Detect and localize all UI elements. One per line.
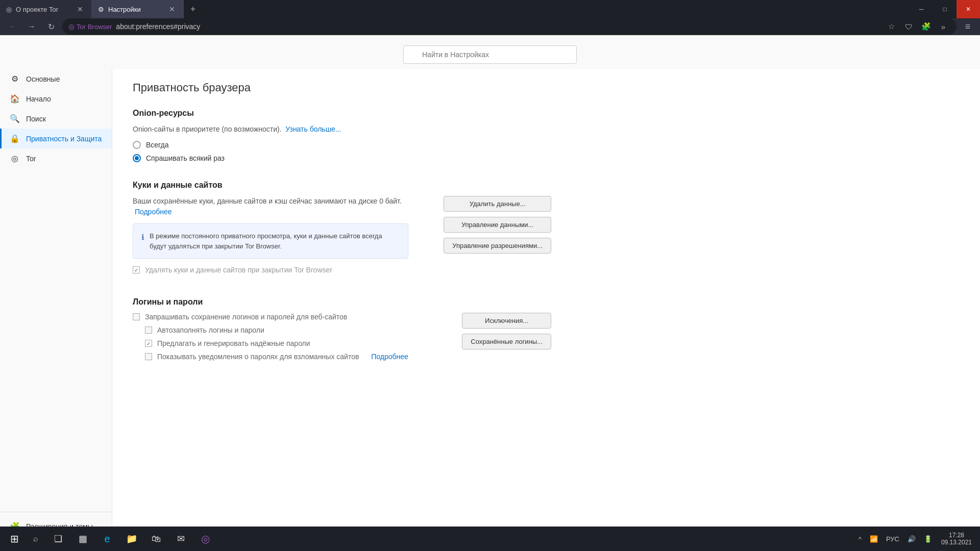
logins-title: Логины и пароли: [133, 297, 551, 307]
radio-always-label: Всегда: [146, 141, 169, 149]
new-tab-button[interactable]: +: [184, 0, 202, 18]
logins-left: Запрашивать сохранение логинов и паролей…: [133, 313, 452, 366]
maximize-button[interactable]: □: [933, 0, 957, 18]
sidebar-label-basic: Основные: [26, 75, 60, 83]
taskview-button[interactable]: ❑: [47, 529, 69, 549]
logins-section: Логины и пароли Запрашивать сохранение л…: [133, 297, 551, 366]
sidebar-label-start: Начало: [26, 95, 51, 103]
widgets-button[interactable]: ▦: [71, 529, 94, 549]
menu-button[interactable]: ≡: [960, 18, 976, 35]
address-actions: ☆ 🛡 🧩 »: [884, 19, 950, 34]
cookies-section: Куки и данные сайтов Ваши сохранённые ку…: [133, 181, 551, 279]
tor-taskbar-button[interactable]: ◎: [194, 529, 216, 549]
cookies-layout: Ваши сохранённые куки, данные сайтов и к…: [133, 196, 551, 279]
cookies-title: Куки и данные сайтов: [133, 181, 551, 190]
radio-ask[interactable]: Спрашивать всякий раз: [133, 154, 551, 162]
tab-icon-about: ◎: [6, 6, 12, 13]
bookmark-button[interactable]: ☆: [884, 19, 898, 34]
minimize-button[interactable]: ─: [910, 0, 933, 18]
extensions-button[interactable]: 🧩: [919, 19, 933, 34]
radio-always[interactable]: Всегда: [133, 141, 551, 149]
main-layout: ⚙ Основные 🏠 Начало 🔍 Поиск 🔒 Приватност…: [0, 69, 980, 551]
saved-logins-button[interactable]: Сохранённые логины...: [462, 334, 551, 349]
manage-data-button[interactable]: Управление данными...: [444, 217, 551, 233]
page-title: Приватность браузера: [133, 81, 551, 94]
onion-desc: Onion-сайты в приоритете (по возможности…: [133, 124, 551, 135]
radio-ask-label: Спрашивать всякий раз: [146, 154, 225, 162]
sidebar-item-privacy[interactable]: 🔒 Приватность и Защита: [0, 129, 112, 148]
content-padding: Приватность браузера Onion-ресурсы Onion…: [112, 69, 572, 396]
close-window-button[interactable]: ✕: [957, 0, 980, 18]
refresh-button[interactable]: ↻: [43, 18, 59, 35]
cookies-learn-more-link[interactable]: Подробнее: [135, 208, 172, 216]
logins-learn-more-link[interactable]: Подробнее: [371, 353, 408, 361]
sidebar-label-privacy: Приватность и Защита: [26, 135, 102, 143]
tray-chevron[interactable]: ^: [855, 529, 865, 549]
shield-button[interactable]: 🛡: [901, 19, 916, 34]
content-area: Приватность браузера Onion-ресурсы Onion…: [112, 69, 980, 551]
back-button[interactable]: ←: [4, 18, 20, 35]
cookies-checkbox[interactable]: ✓ Удалять куки и данные сайтов при закры…: [133, 266, 433, 274]
forward-button[interactable]: →: [23, 18, 40, 35]
tray-battery[interactable]: 🔋: [921, 529, 935, 549]
logins-checkbox-0[interactable]: Запрашивать сохранение логинов и паролей…: [133, 313, 452, 321]
tab-icon-settings: ⚙: [98, 6, 104, 13]
sidebar-item-start[interactable]: 🏠 Начало: [0, 89, 112, 109]
tor-icon: ◎: [10, 154, 20, 163]
logins-cb-box-1[interactable]: [145, 327, 152, 334]
sidebar-item-basic[interactable]: ⚙ Основные: [0, 69, 112, 89]
tray-lang[interactable]: РУС: [883, 529, 902, 549]
tab-close-about[interactable]: ✕: [75, 4, 85, 14]
logins-checkbox-1[interactable]: Автозаполнять логины и пароли: [145, 326, 452, 334]
files-button[interactable]: 📁: [120, 529, 143, 549]
tray-sound[interactable]: 🔊: [904, 529, 919, 549]
clock-date: 09.13.2021: [941, 539, 972, 546]
cookies-right: Удалить данные... Управление данными... …: [444, 196, 551, 279]
brand-icon: ◎ Tor Browser: [68, 22, 112, 31]
taskbar-search-button[interactable]: ⌕: [27, 530, 45, 548]
logins-checkbox-2[interactable]: ✓ Предлагать и генерировать надёжные пар…: [145, 339, 452, 347]
sidebar-top: ⚙ Основные 🏠 Начало 🔍 Поиск 🔒 Приватност…: [0, 69, 112, 508]
tray-network[interactable]: 📶: [867, 529, 881, 549]
address-field[interactable]: ◎ Tor Browser about:preferences#privacy …: [62, 18, 957, 35]
sidebar-item-search[interactable]: 🔍 Поиск: [0, 109, 112, 129]
addressbar: ← → ↻ ◎ Tor Browser about:preferences#pr…: [0, 18, 980, 35]
clock-area[interactable]: 17:28 09.13.2021: [937, 532, 976, 546]
logins-layout: Запрашивать сохранение логинов и паролей…: [133, 313, 551, 366]
cookies-checkbox-label: Удалять куки и данные сайтов при закрыти…: [145, 266, 332, 274]
tab-about-tor[interactable]: ◎ О проекте Tor ✕: [0, 0, 92, 18]
cookies-checkbox-box[interactable]: ✓: [133, 266, 140, 273]
start-button[interactable]: ⊞: [4, 529, 24, 549]
tab-label-settings: Настройки: [108, 6, 141, 13]
clock-time: 17:28: [949, 532, 964, 539]
logins-checkbox-3[interactable]: Показывать уведомления о паролях для взл…: [145, 353, 452, 361]
mail-button[interactable]: ✉: [169, 529, 192, 549]
logins-right: Исключения... Сохранённые логины...: [462, 313, 551, 366]
settings-search-input[interactable]: [403, 45, 577, 64]
taskbar: ⊞ ⌕ ❑ ▦ e 📁 🛍 ✉ ◎ ^ 📶 РУС 🔊 🔋 17:28 09.1…: [0, 527, 980, 551]
logins-cb-label-0: Запрашивать сохранение логинов и паролей…: [145, 313, 347, 321]
tab-close-settings[interactable]: ✕: [167, 4, 177, 14]
logins-cb-box-2[interactable]: ✓: [145, 340, 152, 347]
radio-ask-circle[interactable]: [133, 154, 141, 162]
manage-permissions-button[interactable]: Управление разрешениями...: [444, 238, 551, 254]
edge-button[interactable]: e: [96, 529, 118, 549]
gear-icon: ⚙: [10, 74, 20, 84]
store-button[interactable]: 🛍: [145, 529, 167, 549]
tab-settings[interactable]: ⚙ Настройки ✕: [92, 0, 184, 18]
logins-cb-label-2: Предлагать и генерировать надёжные парол…: [157, 339, 310, 347]
taskbar-tray: ^ 📶 РУС 🔊 🔋 17:28 09.13.2021: [855, 529, 976, 549]
sidebar-label-search: Поиск: [26, 115, 46, 123]
logins-cb-box-3[interactable]: [145, 353, 152, 360]
logins-cb-box-0[interactable]: [133, 313, 140, 320]
search-sidebar-icon: 🔍: [10, 114, 20, 123]
cookies-info-text: В режиме постоянного приватного просмотр…: [150, 231, 400, 251]
sidebar-item-tor[interactable]: ◎ Tor: [0, 148, 112, 168]
onion-title: Onion-ресурсы: [133, 109, 551, 118]
onion-learn-more-link[interactable]: Узнать больше...: [285, 125, 341, 133]
exceptions-button[interactable]: Исключения...: [462, 313, 551, 329]
overflow-button[interactable]: »: [936, 19, 950, 34]
cookies-left: Ваши сохранённые куки, данные сайтов и к…: [133, 196, 433, 279]
radio-always-circle[interactable]: [133, 141, 141, 149]
delete-data-button[interactable]: Удалить данные...: [444, 196, 551, 212]
